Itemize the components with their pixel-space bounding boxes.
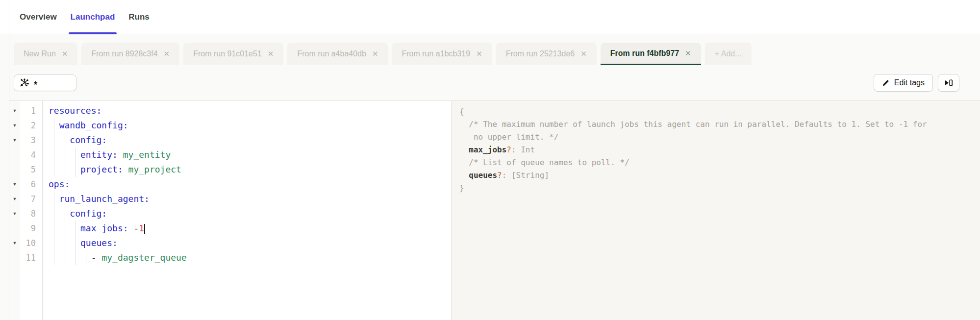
run-tab[interactable]: From run f4bfb977✕ bbox=[601, 43, 701, 65]
schema-line: /* List of queue names to poll. */ bbox=[459, 156, 980, 169]
code-token: queues: bbox=[49, 238, 118, 248]
code-token: entity: bbox=[49, 149, 118, 160]
nav-tab-overview[interactable]: Overview bbox=[19, 0, 58, 34]
nav-tab-launchpad[interactable]: Launchpad bbox=[70, 0, 116, 34]
schema-line: /* The maximum number of launch jobs thi… bbox=[459, 118, 980, 131]
line-number: 3 bbox=[20, 135, 42, 145]
gutter-row: ▼10 bbox=[9, 236, 42, 250]
line-number: 1 bbox=[20, 106, 42, 116]
schema-line: max_jobs?: Int bbox=[459, 144, 980, 156]
code-line[interactable]: entity: my_entity bbox=[43, 148, 451, 162]
close-tab-icon[interactable]: ✕ bbox=[476, 49, 482, 58]
gutter-row: ▼1 bbox=[9, 103, 42, 118]
schema-text: ? bbox=[497, 171, 502, 180]
run-tab-strip: New Run✕From run 8928c3f4✕From run 91c01… bbox=[0, 34, 980, 65]
schema-text: [String] bbox=[511, 171, 549, 180]
code-line[interactable]: - my_dagster_queue bbox=[43, 250, 451, 265]
indent-guide bbox=[75, 221, 75, 236]
code-line[interactable]: project: my_project bbox=[43, 162, 451, 177]
close-tab-icon[interactable]: ✕ bbox=[580, 49, 587, 58]
run-tab[interactable]: From run 8928c3f4✕ bbox=[81, 43, 179, 65]
line-number: 5 bbox=[20, 165, 42, 174]
indent-guide bbox=[54, 250, 54, 265]
code-token: project: bbox=[49, 164, 123, 174]
close-tab-icon[interactable]: ✕ bbox=[268, 49, 274, 58]
nav-tab-label: Overview bbox=[20, 12, 57, 22]
code-line[interactable]: config: bbox=[43, 206, 451, 221]
code-token bbox=[118, 149, 123, 160]
close-tab-icon[interactable]: ✕ bbox=[372, 49, 378, 58]
indent-guide bbox=[86, 250, 86, 265]
code-token: - bbox=[91, 252, 97, 263]
fold-arrow-icon[interactable]: ▼ bbox=[9, 182, 20, 187]
gutter-row: ▼7 bbox=[9, 192, 42, 206]
code-token: run_launch_agent: bbox=[49, 194, 150, 204]
line-number: 11 bbox=[20, 253, 42, 263]
schema-text: no upper limit. */ bbox=[459, 132, 558, 142]
open-panel-icon bbox=[944, 79, 953, 87]
indent-guide bbox=[75, 236, 75, 250]
edit-tags-button[interactable]: Edit tags bbox=[874, 74, 933, 92]
gutter-row: 9 bbox=[9, 221, 42, 236]
open-second-pane-button[interactable] bbox=[938, 74, 959, 92]
indent-guide bbox=[54, 162, 54, 177]
code-token: max_jobs: bbox=[49, 223, 128, 233]
run-tab[interactable]: New Run✕ bbox=[14, 43, 77, 65]
fold-arrow-icon[interactable]: ▼ bbox=[9, 108, 20, 113]
config-editor[interactable]: ▼1▼2▼345▼6▼7▼89▼1011 resources: wandb_co… bbox=[9, 101, 451, 320]
code-token: my_dagster_queue bbox=[101, 252, 186, 263]
indent-guide bbox=[54, 118, 54, 133]
code-token bbox=[123, 164, 128, 174]
op-selector-input[interactable]: * bbox=[14, 74, 76, 91]
schema-text: /* The maximum number of launch jobs thi… bbox=[459, 120, 927, 129]
editor-gutter: ▼1▼2▼345▼6▼7▼89▼1011 bbox=[9, 101, 43, 320]
indent-guide bbox=[65, 133, 65, 148]
code-token: ops: bbox=[49, 179, 70, 189]
schema-text bbox=[459, 171, 469, 180]
run-tab[interactable]: From run 25213de6✕ bbox=[496, 43, 597, 65]
close-tab-icon[interactable]: ✕ bbox=[685, 49, 691, 58]
code-token: resources: bbox=[49, 105, 101, 116]
indent-guide bbox=[54, 221, 54, 236]
code-line[interactable]: wandb_config: bbox=[43, 118, 451, 133]
run-tab[interactable]: From run 91c01e51✕ bbox=[183, 43, 283, 65]
add-run-tab-button[interactable]: + Add... bbox=[705, 43, 752, 65]
code-line[interactable]: resources: bbox=[43, 103, 451, 118]
indent-guide bbox=[54, 133, 54, 148]
code-line[interactable]: max_jobs: -1 bbox=[43, 221, 451, 236]
schema-text: : bbox=[511, 145, 521, 154]
schema-line: } bbox=[459, 182, 980, 195]
run-tab[interactable]: From run a1bcb319✕ bbox=[392, 43, 492, 65]
edit-tags-label: Edit tags bbox=[894, 78, 925, 87]
gutter-row: ▼3 bbox=[9, 133, 42, 148]
code-token: 1 bbox=[139, 223, 144, 233]
code-token bbox=[128, 223, 134, 233]
indent-guide bbox=[65, 250, 65, 265]
code-line[interactable]: queues: bbox=[43, 236, 451, 250]
editor-code-area[interactable]: resources: wandb_config: config: entity:… bbox=[43, 101, 451, 320]
code-token: - bbox=[133, 223, 139, 233]
gutter-row: ▼2 bbox=[9, 118, 42, 133]
code-line[interactable]: run_launch_agent: bbox=[43, 192, 451, 206]
left-pane-divider bbox=[9, 0, 9, 320]
fold-arrow-icon[interactable]: ▼ bbox=[9, 123, 20, 128]
run-tab[interactable]: From run a4ba40db✕ bbox=[287, 43, 388, 65]
gutter-row: 11 bbox=[9, 250, 42, 265]
code-line[interactable]: ops: bbox=[43, 177, 451, 192]
fold-arrow-icon[interactable]: ▼ bbox=[9, 138, 20, 143]
schema-line: queues?: [String] bbox=[459, 169, 980, 182]
run-tab-label: From run a4ba40db bbox=[297, 49, 366, 58]
code-line[interactable]: config: bbox=[43, 133, 451, 148]
code-token: wandb_config: bbox=[49, 120, 128, 130]
close-tab-icon[interactable]: ✕ bbox=[164, 49, 170, 58]
indent-guide bbox=[75, 162, 75, 177]
launchpad-toolbar: * Edit tags bbox=[0, 65, 980, 100]
indent-guide bbox=[65, 221, 65, 236]
gutter-row: ▼8 bbox=[9, 206, 42, 221]
fold-arrow-icon[interactable]: ▼ bbox=[9, 241, 20, 246]
fold-arrow-icon[interactable]: ▼ bbox=[9, 211, 20, 216]
close-tab-icon[interactable]: ✕ bbox=[62, 49, 68, 58]
code-token: config: bbox=[49, 135, 107, 145]
fold-arrow-icon[interactable]: ▼ bbox=[9, 197, 20, 201]
nav-tab-runs[interactable]: Runs bbox=[127, 0, 151, 34]
